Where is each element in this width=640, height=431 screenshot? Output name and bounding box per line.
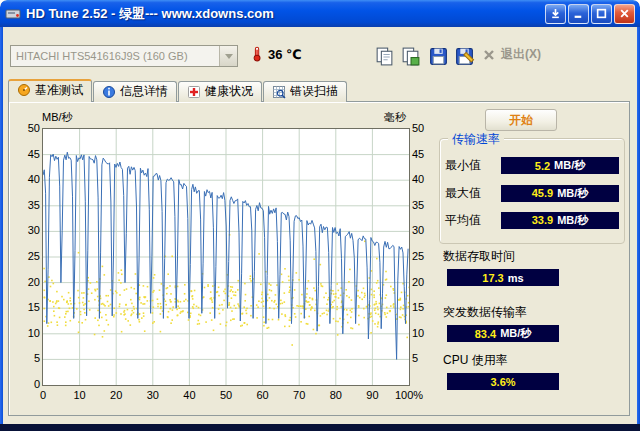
cpu-usage-block: CPU 使用率 3.6% [443,352,559,390]
floppy-pencil-icon [454,46,475,67]
x-axis-tick: 10 [73,389,85,401]
app-icon [5,6,21,22]
left-axis-ticks: 50454035302520151050 [14,128,40,384]
copy-icon [374,46,395,67]
x-axis-tick: 70 [293,389,305,401]
tab-error-scan-label: 错误扫描 [290,83,338,100]
avg-rate-row: 平均值 33.9MB/秒 [445,212,619,229]
left-axis-tick: 20 [14,276,40,288]
max-rate-label: 最大值 [445,185,481,202]
access-time-display: 17.3ms [447,269,559,286]
window-border-bottom [0,424,640,431]
copy-text-button[interactable] [372,44,397,69]
x-axis-tick: 40 [183,389,195,401]
exit-button[interactable]: 退出(X) [482,46,541,63]
benchmark-plot-svg [43,129,409,385]
info-tab-icon [102,85,116,99]
min-rate-row: 最小值 5.2MB/秒 [445,157,619,174]
tab-health[interactable]: 健康状况 [178,81,262,102]
max-rate-unit: MB/秒 [557,186,588,201]
x-axis-tick: 90 [366,389,378,401]
benchmark-tab-icon [17,83,31,97]
close-button[interactable] [614,4,635,24]
benchmark-plot [42,128,410,386]
x-axis-tick: 100% [395,389,423,401]
x-axis-tick: 80 [330,389,342,401]
window-title: HD Tune 2.52 - 绿盟--- www.xdowns.com [26,5,543,23]
max-rate-value: 45.9 [532,187,553,199]
tab-info[interactable]: 信息详情 [93,81,177,102]
burst-rate-value: 83.4 [475,328,496,340]
access-time-unit: ms [508,272,524,284]
tab-benchmark[interactable]: 基准测试 [8,79,92,102]
chevron-down-icon [225,54,233,59]
avg-rate-unit: MB/秒 [557,213,588,228]
tab-info-label: 信息详情 [120,83,168,100]
x-axis-tick: 0 [40,389,46,401]
copy-image-button[interactable] [398,44,423,69]
burst-rate-label: 突发数据传输率 [443,304,559,321]
burst-rate-block: 突发数据传输率 83.4MB/秒 [443,304,559,342]
access-time-value: 17.3 [482,272,503,284]
floppy-icon [428,46,449,67]
close-icon [619,8,630,19]
min-rate-label: 最小值 [445,157,481,174]
results-panel: 开始 传输速率 最小值 5.2MB/秒 最大值 45.9MB/秒 平均值 33.… [431,102,629,415]
exit-label: 退出(X) [501,46,541,63]
burst-rate-display: 83.4MB/秒 [447,325,559,342]
titlebar[interactable]: HD Tune 2.52 - 绿盟--- www.xdowns.com [0,0,640,27]
window-border-left [0,27,3,424]
tab-strip: 基准测试 信息详情 健康状况 错误扫描 [8,79,348,102]
drive-select[interactable]: HITACHI HTS541616J9S (160 GB) [10,45,238,67]
maximize-button[interactable] [591,4,612,24]
drive-select-arrow[interactable] [219,46,237,66]
cpu-usage-label: CPU 使用率 [443,352,559,369]
left-axis-tick: 15 [14,301,40,313]
save-text-button[interactable] [426,44,451,69]
right-axis-title: 毫秒 [384,110,406,125]
x-axis-tick: 30 [147,389,159,401]
start-button[interactable]: 开始 [485,109,557,131]
x-axis-ticks: 0102030405060708090100% [43,389,409,403]
x-axis-tick: 50 [220,389,232,401]
drive-select-value: HITACHI HTS541616J9S (160 GB) [11,50,219,62]
left-axis-tick: 50 [14,122,40,134]
left-axis-tick: 35 [14,199,40,211]
cpu-usage-display: 3.6% [447,373,559,390]
tab-error-scan[interactable]: 错误扫描 [263,81,347,102]
copy-image-icon [400,46,421,67]
save-image-button[interactable] [452,44,477,69]
transfer-rate-group-title: 传输速率 [448,131,504,148]
left-axis-tick: 30 [14,224,40,236]
download-icon [550,8,561,19]
access-time-label: 数据存取时间 [443,248,559,265]
min-rate-display: 5.2MB/秒 [501,157,619,174]
cpu-usage-value: 3.6% [490,376,515,388]
maximize-icon [596,8,607,19]
left-axis-tick: 45 [14,148,40,160]
tab-benchmark-label: 基准测试 [35,82,83,99]
left-axis-tick: 10 [14,327,40,339]
left-axis-title: MB/秒 [42,110,73,125]
avg-rate-label: 平均值 [445,212,481,229]
min-rate-unit: MB/秒 [554,158,585,173]
left-axis-tick: 0 [14,378,40,390]
exit-x-icon [482,48,496,62]
health-cross-icon [187,85,201,99]
min-rate-value: 5.2 [535,160,550,172]
avg-rate-display: 33.9MB/秒 [501,212,619,229]
access-time-block: 数据存取时间 17.3ms [443,248,559,286]
left-axis-tick: 25 [14,250,40,262]
download-button[interactable] [545,4,566,24]
scan-tab-icon [272,85,286,99]
x-axis-tick: 60 [256,389,268,401]
burst-rate-unit: MB/秒 [500,326,531,341]
transfer-rate-group: 传输速率 最小值 5.2MB/秒 最大值 45.9MB/秒 平均值 33.9MB… [439,138,625,244]
temperature-display: 36 ℃ [250,46,302,62]
hd-tune-window: HD Tune 2.52 - 绿盟--- www.xdowns.com HITA… [0,0,640,431]
tab-health-label: 健康状况 [205,83,253,100]
benchmark-tab-page: MB/秒 毫秒 50454035302520151050 50454035302… [8,101,630,416]
left-axis-tick: 40 [14,173,40,185]
minimize-button[interactable] [568,4,589,24]
thermometer-icon [250,46,263,62]
